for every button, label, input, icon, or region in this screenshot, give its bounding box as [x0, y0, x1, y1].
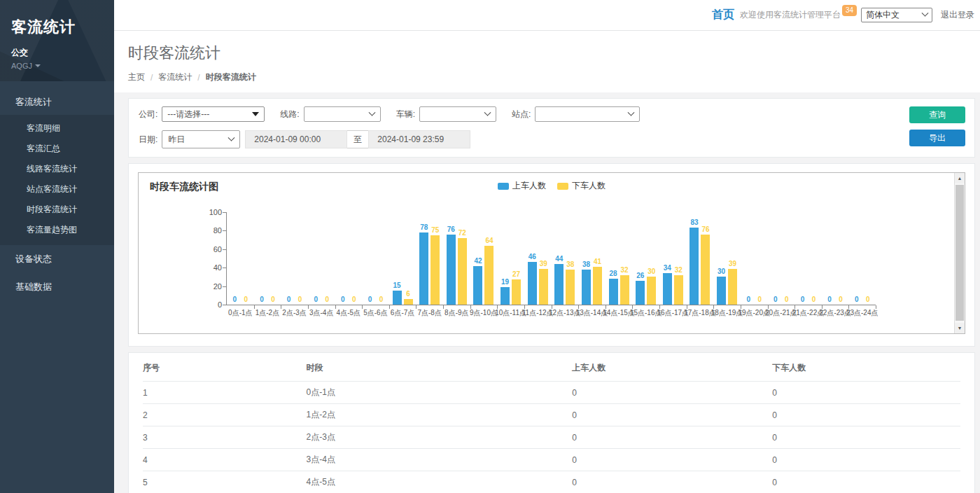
chart-bars: 00	[794, 212, 822, 305]
sidebar-subitem[interactable]: 时段客流统计	[0, 200, 114, 220]
chart-bar-wrap: 15	[393, 212, 402, 305]
sidebar-subitem[interactable]: 客流量趋势图	[0, 220, 114, 240]
chart-bar-group: 42649点-10点	[470, 212, 498, 305]
company-select-value: ---请选择---	[167, 109, 209, 120]
breadcrumb-home[interactable]: 主页	[128, 71, 145, 83]
sidebar-subitem[interactable]: 线路客流统计	[0, 159, 114, 179]
chart-head: 时段车流统计图 上车人数下车人数	[139, 173, 965, 194]
y-axis-label: 20	[214, 282, 222, 291]
language-select[interactable]: 简体中文	[861, 8, 932, 22]
sidebar-subitem[interactable]: 站点客流统计	[0, 179, 114, 200]
chart-bar-wrap: 19	[500, 212, 510, 305]
chart-panel: 时段车流统计图 上车人数下车人数 000点-1点001点-2点002点-3点00…	[128, 163, 975, 347]
table-cell: 0	[772, 471, 960, 493]
scrollbar-thumb[interactable]	[955, 185, 964, 321]
chart-vertical-scrollbar[interactable]: ▲ ▼	[954, 173, 965, 333]
chart-bar-wrap: 44	[554, 212, 564, 305]
breadcrumb-section[interactable]: 客流统计	[158, 71, 192, 83]
chart-bar-wrap: 0	[268, 212, 277, 305]
page-head: 时段客流统计 主页 / 客流统计 / 时段客流统计	[114, 31, 980, 92]
x-axis-label: 7点-8点	[417, 308, 441, 318]
sidebar: 客流统计 公交 AQGJ 客流统计 客流明细客流汇总线路客流统计站点客流统计时段…	[0, 0, 114, 493]
sidebar-item[interactable]: 设备状态	[0, 245, 114, 273]
table-cell: 0	[572, 426, 772, 449]
chart-bar-wrap: 38	[566, 212, 575, 305]
date-from-input[interactable]: 2024-01-09 00:00	[245, 130, 347, 148]
table-row: 32点-3点00	[143, 426, 960, 449]
chart-bar	[636, 281, 645, 305]
table-cell: 0	[772, 382, 960, 404]
bar-value-label: 0	[801, 296, 805, 303]
company-select[interactable]: ---请选择---	[162, 106, 265, 122]
bar-value-label: 0	[757, 296, 762, 303]
chevron-down-icon	[228, 134, 235, 141]
bar-value-label: 75	[431, 226, 439, 234]
chart-bar-wrap: 0	[825, 212, 834, 305]
chart-bar-group: 837617点-18点	[687, 212, 714, 305]
x-axis-label: 0点-1点	[228, 308, 252, 318]
filter-buttons: 查询 导出	[909, 106, 965, 146]
export-button[interactable]: 导出	[909, 130, 965, 146]
bar-value-label: 0	[271, 296, 275, 303]
home-link[interactable]: 首页	[712, 8, 734, 22]
bar-value-label: 0	[298, 296, 302, 303]
bar-value-label: 0	[866, 296, 870, 303]
org-code-dropdown[interactable]: AQGJ	[11, 62, 103, 70]
legend-item[interactable]: 下车人数	[557, 180, 606, 192]
legend-item[interactable]: 上车人数	[498, 180, 546, 192]
bar-value-label: 26	[636, 272, 644, 279]
sidebar-subitem[interactable]: 客流明细	[0, 118, 114, 139]
chevron-down-icon	[922, 10, 929, 17]
chart-bar-wrap: 78	[419, 212, 428, 305]
x-axis-label: 5点-6点	[363, 308, 387, 318]
table-header-cell: 时段	[307, 353, 573, 382]
chart-bar-group: 76728点-9点	[443, 212, 470, 305]
bar-value-label: 41	[594, 258, 601, 265]
date-to-input[interactable]: 2024-01-09 23:59	[368, 130, 470, 148]
station-select[interactable]	[535, 106, 640, 122]
bar-value-label: 46	[528, 253, 536, 261]
sidebar-subitem[interactable]: 客流汇总	[0, 139, 114, 159]
sidebar-menu: 客流统计 客流明细客流汇总线路客流统计站点客流统计时段客流统计客流量趋势图 设备…	[0, 90, 114, 301]
table-header-cell: 序号	[143, 353, 307, 382]
chart-bars: 7875	[416, 212, 443, 305]
sidebar-item[interactable]: 基础数据	[0, 273, 114, 301]
sidebar-section-passenger-stats[interactable]: 客流统计	[0, 90, 114, 115]
table-header-cell: 上车人数	[572, 353, 772, 382]
chart-bar-wrap: 0	[312, 212, 321, 305]
line-select[interactable]	[304, 106, 381, 122]
table-header-row: 序号时段上车人数下车人数	[143, 353, 960, 382]
bar-value-label: 38	[566, 261, 574, 268]
search-button[interactable]: 查询	[909, 106, 965, 123]
vehicle-select[interactable]	[419, 106, 496, 122]
chart-bar-wrap: 83	[690, 212, 699, 305]
chart-title: 时段车流统计图	[150, 181, 218, 192]
bar-value-label: 39	[540, 260, 547, 268]
bar-value-label: 0	[287, 296, 291, 303]
chart-bar-wrap: 42	[473, 212, 482, 305]
chart-bar-wrap: 26	[636, 212, 645, 305]
chart-bar-group: 0021点-22点	[794, 212, 822, 305]
chart-bar	[690, 228, 699, 305]
chart-bar-group: 263015点-16点	[632, 212, 659, 305]
y-axis-label: 0	[218, 300, 222, 309]
date-to-label: 至	[347, 130, 368, 148]
breadcrumb: 主页 / 客流统计 / 时段客流统计	[128, 71, 980, 83]
chart-bar-wrap: 64	[484, 212, 493, 305]
x-axis-label: 4点-5点	[337, 308, 360, 318]
date-preset-select[interactable]: 昨日	[162, 130, 240, 148]
chart-bar	[593, 267, 602, 305]
chart-bars: 00	[741, 212, 768, 305]
chart-bar-wrap: 75	[430, 212, 440, 305]
breadcrumb-separator: /	[197, 73, 200, 83]
scrollbar-down-arrow[interactable]: ▼	[955, 323, 965, 333]
chart-bar	[500, 287, 510, 305]
content: 公司: ---请选择--- 线路: 车辆: 站点: 日期	[114, 92, 980, 493]
scrollbar-up-arrow[interactable]: ▲	[955, 173, 965, 183]
logout-link[interactable]: 退出登录	[941, 9, 974, 21]
chart-bar-wrap: 39	[539, 212, 548, 305]
bar-value-label: 0	[244, 296, 248, 303]
chart-bar	[717, 277, 726, 305]
chart-bar-wrap: 0	[744, 212, 753, 305]
chart-bar-wrap: 0	[836, 212, 846, 305]
